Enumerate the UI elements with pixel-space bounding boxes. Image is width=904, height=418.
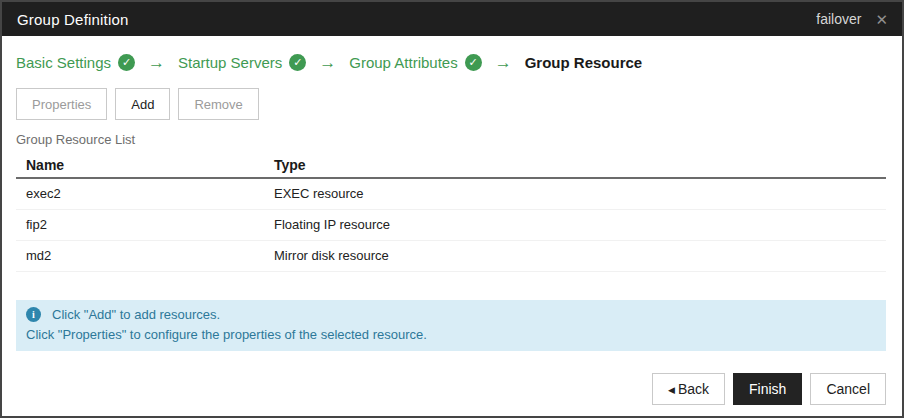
table-row[interactable]: md2 Mirror disk resource [16,240,886,271]
back-label: Back [678,381,709,397]
dialog-footer: ◀Back Finish Cancel [16,373,886,405]
resource-name-cell: fip2 [16,209,264,240]
arrow-right-icon: → [148,54,165,71]
table-header-row: Name Type [16,152,886,178]
step-group-attributes[interactable]: Group Attributes ✓ [349,54,481,71]
add-button[interactable]: Add [115,88,170,120]
step-label: Startup Servers [178,54,282,71]
arrow-right-icon: → [495,54,512,71]
table-row[interactable]: fip2 Floating IP resource [16,209,886,240]
resource-type-cell: Floating IP resource [264,209,886,240]
step-label: Group Resource [525,54,643,71]
step-basic-settings[interactable]: Basic Settings ✓ [16,54,135,71]
check-circle-icon: ✓ [289,54,306,71]
resource-type-cell: Mirror disk resource [264,240,886,271]
back-arrow-icon: ◀ [668,385,675,395]
step-startup-servers[interactable]: Startup Servers ✓ [178,54,306,71]
cancel-button[interactable]: Cancel [810,373,886,405]
check-circle-icon: ✓ [465,54,482,71]
info-text: Click "Add" to add resources. [52,305,220,325]
step-label: Group Attributes [349,54,457,71]
info-line-1: i Click "Add" to add resources. [26,305,876,325]
dialog-content: Basic Settings ✓ → Startup Servers ✓ → G… [2,51,902,405]
back-button[interactable]: ◀Back [652,373,725,405]
group-resource-list-caption: Group Resource List [16,132,886,148]
resource-name-cell: md2 [16,240,264,271]
info-line-2: Click "Properties" to configure the prop… [26,325,876,345]
remove-button[interactable]: Remove [178,88,258,120]
column-header-type: Type [264,152,886,178]
resource-type-cell: EXEC resource [264,178,886,209]
column-header-name: Name [16,152,264,178]
resource-toolbar: Properties Add Remove [16,88,886,120]
resource-name-cell: exec2 [16,178,264,209]
arrow-right-icon: → [319,54,336,71]
check-circle-icon: ✓ [118,54,135,71]
info-message-box: i Click "Add" to add resources. Click "P… [16,300,886,351]
properties-button[interactable]: Properties [16,88,107,120]
group-name-label: failover [816,11,861,27]
finish-button[interactable]: Finish [733,373,802,405]
close-icon[interactable]: ✕ [875,12,888,27]
step-group-resource: Group Resource [525,54,643,71]
group-definition-dialog: Group Definition failover ✕ Basic Settin… [0,0,904,418]
wizard-steps: Basic Settings ✓ → Startup Servers ✓ → G… [16,51,886,73]
table-row[interactable]: exec2 EXEC resource [16,178,886,209]
dialog-titlebar: Group Definition failover ✕ [2,2,902,36]
group-resource-table: Name Type exec2 EXEC resource fip2 Float… [16,152,886,272]
step-label: Basic Settings [16,54,111,71]
info-circle-icon: i [26,307,41,322]
dialog-title: Group Definition [17,11,129,28]
